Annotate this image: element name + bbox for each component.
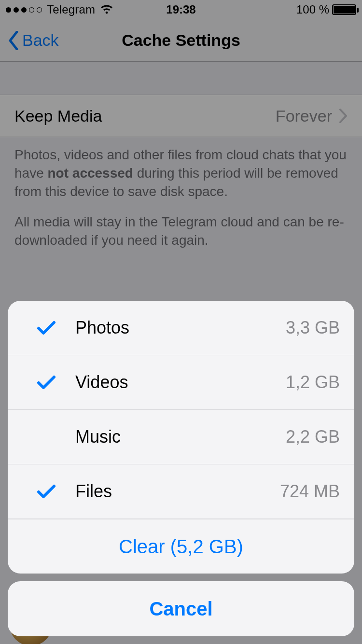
- sheet-item-files[interactable]: Files 724 MB: [8, 464, 354, 519]
- check-icon: [36, 320, 57, 336]
- sheet-item-videos[interactable]: Videos 1,2 GB: [8, 355, 354, 410]
- sheet-item-label: Music: [75, 427, 286, 447]
- clear-button[interactable]: Clear (5,2 GB): [8, 519, 354, 574]
- sheet-item-size: 1,2 GB: [286, 372, 340, 392]
- check-icon: [36, 484, 57, 499]
- sheet-item-music[interactable]: Music 2,2 GB: [8, 410, 354, 464]
- sheet-item-size: 2,2 GB: [286, 427, 340, 447]
- action-sheet: Photos 3,3 GB Videos 1,2 GB Music 2,2 GB…: [0, 293, 362, 644]
- cancel-button[interactable]: Cancel: [8, 581, 354, 636]
- check-icon: [36, 375, 57, 390]
- sheet-item-photos[interactable]: Photos 3,3 GB: [8, 301, 354, 355]
- sheet-item-label: Files: [75, 481, 280, 502]
- sheet-item-label: Photos: [75, 318, 286, 338]
- sheet-item-size: 724 MB: [280, 481, 340, 502]
- sheet-item-label: Videos: [75, 372, 286, 392]
- sheet-item-size: 3,3 GB: [286, 318, 340, 338]
